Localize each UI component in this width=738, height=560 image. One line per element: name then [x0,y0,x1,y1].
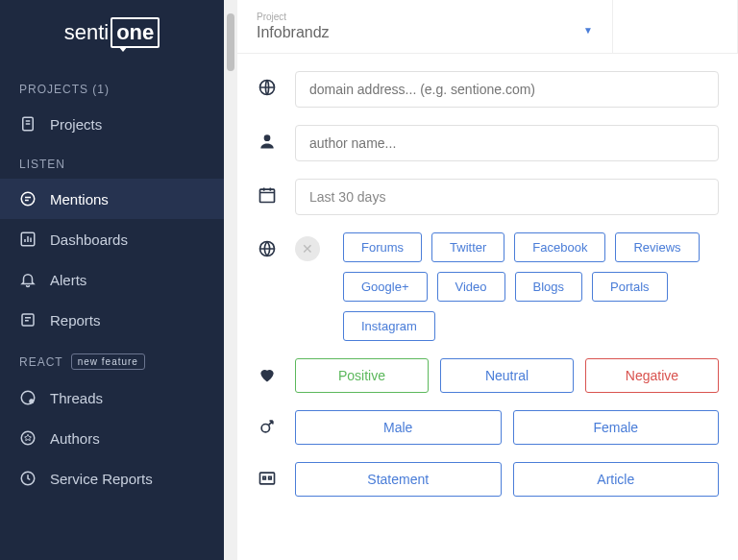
svg-point-1 [21,192,35,206]
logo: sentione [0,17,224,48]
nav-service-reports[interactable]: Service Reports [0,458,224,499]
chip-instagram[interactable]: Instagram [343,311,435,341]
nav-projects-label: Projects [50,116,102,133]
nav-authors[interactable]: Authors [0,418,224,458]
scroll-thumb[interactable] [227,13,234,71]
chip-googleplus[interactable]: Google+ [343,272,428,302]
chip-forums[interactable]: Forums [343,232,422,262]
chip-male[interactable]: Male [295,410,502,445]
bell-icon [19,271,37,288]
scrollbar[interactable] [224,0,237,560]
project-label: Project [257,12,593,22]
nav-reports[interactable]: Reports [0,300,224,340]
nav-mentions-label: Mentions [50,191,109,207]
project-bar: Project Infobrandz ▼ [237,0,738,54]
nav-dashboards-label: Dashboards [50,231,128,248]
nav-alerts-label: Alerts [50,272,86,288]
globe-outline-icon [257,238,278,259]
thread-icon [19,389,37,406]
chip-article[interactable]: Article [513,462,720,497]
chip-facebook[interactable]: Facebook [514,232,605,262]
person-icon [257,131,278,152]
clock-icon [19,470,37,487]
chip-reviews[interactable]: Reviews [615,232,699,262]
section-react-label: REACT new feature [0,346,224,377]
star-icon [19,429,37,447]
svg-point-9 [264,134,271,141]
domain-input[interactable] [295,71,719,108]
svg-point-5 [30,400,35,404]
chat-icon [19,190,37,207]
filter-content-type-row: Statement Article [257,462,719,497]
filter-sentiment-row: Positive Neutral Negative [257,358,719,393]
filters-panel: Last 30 days ✕ Forums Twitter Facebook R… [237,54,738,506]
quote-icon [257,468,278,489]
filter-gender-row: Male Female [257,410,719,445]
nav-authors-label: Authors [50,430,100,447]
calendar-icon [257,184,278,206]
nav-dashboards[interactable]: Dashboards [0,219,224,259]
svg-point-12 [261,425,269,432]
clear-sources-button[interactable]: ✕ [295,236,320,261]
nav-threads-label: Threads [50,390,103,406]
chip-statement[interactable]: Statement [295,462,502,497]
author-input[interactable] [295,125,719,161]
filter-domain-row [257,71,719,108]
main-content: Project Infobrandz ▼ Last 30 days [237,0,738,560]
gender-chips: Male Female [295,410,719,445]
nav-reports-label: Reports [50,312,101,329]
new-feature-badge: new feature [71,353,145,370]
react-label-text: REACT [19,355,63,369]
chip-female[interactable]: Female [513,410,720,445]
nav-projects[interactable]: Projects [0,104,224,144]
project-bar-spacer [613,0,738,53]
chip-negative[interactable]: Negative [585,358,719,393]
heart-icon [257,364,278,385]
nav-mentions[interactable]: Mentions [0,179,224,219]
nav-alerts[interactable]: Alerts [0,259,224,300]
nav-threads[interactable]: Threads [0,377,224,418]
chip-blogs[interactable]: Blogs [515,272,583,302]
project-value: Infobrandz [257,24,593,41]
sentiment-chips: Positive Neutral Negative [295,358,719,393]
document-icon [19,311,37,329]
svg-rect-10 [260,189,275,202]
chip-positive[interactable]: Positive [295,358,429,393]
source-chips: Forums Twitter Facebook Reviews Google+ … [343,232,719,341]
chart-icon [19,231,37,248]
filter-author-row [257,125,719,161]
sidebar: sentione PROJECTS (1) Projects LISTEN Me… [0,0,224,560]
section-projects-label: PROJECTS (1) [0,75,224,104]
filter-sources-row: ✕ Forums Twitter Facebook Reviews Google… [257,232,719,341]
svg-rect-13 [260,473,275,484]
chip-neutral[interactable]: Neutral [440,358,574,393]
content-type-chips: Statement Article [295,462,719,497]
filter-date-row: Last 30 days [257,179,719,215]
chip-video[interactable]: Video [437,272,505,302]
file-icon [19,115,37,133]
section-listen-label: LISTEN [0,150,224,179]
gender-icon [257,416,278,437]
project-dropdown[interactable]: Project Infobrandz ▼ [237,0,613,53]
globe-icon [257,77,278,98]
nav-service-reports-label: Service Reports [50,471,153,487]
date-range-input[interactable]: Last 30 days [295,179,719,215]
chevron-down-icon: ▼ [583,25,593,36]
chip-twitter[interactable]: Twitter [431,232,504,262]
chip-portals[interactable]: Portals [592,272,667,302]
